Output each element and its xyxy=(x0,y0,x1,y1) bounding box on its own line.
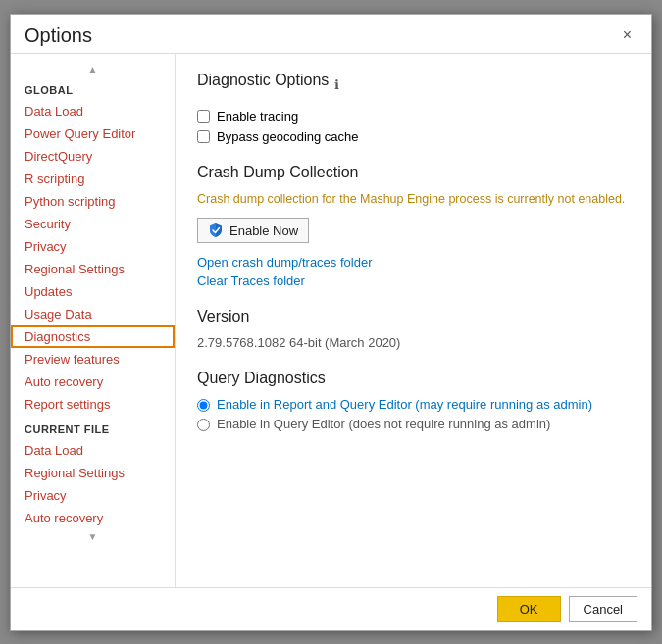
scroll-up-arrow[interactable]: ▲ xyxy=(11,62,175,76)
radio-query-editor-only[interactable] xyxy=(197,419,210,431)
sidebar-item-power-query-editor[interactable]: Power Query Editor xyxy=(11,123,175,145)
sidebar-item-usage-data[interactable]: Usage Data xyxy=(11,303,175,325)
bypass-geocoding-checkbox[interactable] xyxy=(197,130,210,143)
close-button[interactable]: × xyxy=(617,25,637,45)
radio-row-1: Enable in Report and Query Editor (may r… xyxy=(197,397,630,412)
sidebar-item-r-scripting[interactable]: R scripting xyxy=(11,168,175,190)
sidebar-item-diagnostics[interactable]: Diagnostics xyxy=(11,325,175,348)
radio-label-1: Enable in Report and Query Editor (may r… xyxy=(217,397,592,412)
version-value: 2.79.5768.1082 64-bit (March 2020) xyxy=(197,335,630,350)
bypass-geocoding-label: Bypass geocoding cache xyxy=(217,129,359,144)
diagnostic-options-title: Diagnostic Options xyxy=(197,72,329,89)
scroll-down-arrow[interactable]: ▼ xyxy=(11,529,175,544)
crash-dump-desc: Crash dump collection for the Mashup Eng… xyxy=(197,191,630,209)
version-section: Version 2.79.5768.1082 64-bit (March 202… xyxy=(197,308,630,350)
crash-dump-section: Crash Dump Collection Crash dump collect… xyxy=(197,164,630,289)
sidebar-item-cf-auto-recovery[interactable]: Auto recovery xyxy=(11,507,175,529)
dialog-titlebar: Options × xyxy=(11,15,651,53)
dialog-footer: OK Cancel xyxy=(11,587,651,630)
radio-report-query-editor[interactable] xyxy=(197,399,210,412)
ok-button[interactable]: OK xyxy=(497,596,561,622)
sidebar-item-cf-regional-settings[interactable]: Regional Settings xyxy=(11,462,175,484)
enable-tracing-row: Enable tracing xyxy=(197,109,630,124)
version-title: Version xyxy=(197,308,630,325)
options-dialog: Options × ▲ GLOBAL Data Load Power Query… xyxy=(10,14,652,631)
clear-traces-link[interactable]: Clear Traces folder xyxy=(197,273,630,288)
sidebar-item-report-settings[interactable]: Report settings xyxy=(11,393,175,416)
radio-row-2: Enable in Query Editor (does not require… xyxy=(197,417,630,431)
query-diagnostics-section: Query Diagnostics Enable in Report and Q… xyxy=(197,370,630,431)
global-section-header: GLOBAL xyxy=(11,76,175,100)
sidebar-item-regional-settings[interactable]: Regional Settings xyxy=(11,258,175,280)
dialog-body: ▲ GLOBAL Data Load Power Query Editor Di… xyxy=(11,53,651,587)
sidebar-item-cf-privacy[interactable]: Privacy xyxy=(11,484,175,507)
sidebar-item-preview-features[interactable]: Preview features xyxy=(11,348,175,371)
current-file-section-header: CURRENT FILE xyxy=(11,416,175,439)
sidebar-item-python-scripting[interactable]: Python scripting xyxy=(11,190,175,213)
shield-icon xyxy=(208,223,224,238)
diagnostic-options-section: Diagnostic Options ℹ Enable tracing Bypa… xyxy=(197,72,630,144)
radio-label-2: Enable in Query Editor (does not require… xyxy=(217,417,550,431)
sidebar-item-updates[interactable]: Updates xyxy=(11,280,175,303)
main-content: Diagnostic Options ℹ Enable tracing Bypa… xyxy=(176,54,651,587)
sidebar-item-direct-query[interactable]: DirectQuery xyxy=(11,145,175,168)
dialog-title: Options xyxy=(25,25,92,47)
open-crash-folder-link[interactable]: Open crash dump/traces folder xyxy=(197,255,630,270)
sidebar-item-auto-recovery[interactable]: Auto recovery xyxy=(11,371,175,393)
enable-now-label: Enable Now xyxy=(229,223,298,238)
enable-tracing-checkbox[interactable] xyxy=(197,110,210,123)
sidebar: ▲ GLOBAL Data Load Power Query Editor Di… xyxy=(11,54,176,587)
bypass-geocoding-row: Bypass geocoding cache xyxy=(197,129,630,144)
query-diagnostics-title: Query Diagnostics xyxy=(197,370,630,387)
crash-dump-title: Crash Dump Collection xyxy=(197,164,630,181)
sidebar-item-cf-data-load[interactable]: Data Load xyxy=(11,439,175,462)
info-icon: ℹ xyxy=(334,77,339,92)
enable-now-button[interactable]: Enable Now xyxy=(197,218,309,243)
sidebar-item-data-load[interactable]: Data Load xyxy=(11,100,175,123)
cancel-button[interactable]: Cancel xyxy=(569,596,637,622)
enable-tracing-label: Enable tracing xyxy=(217,109,298,124)
sidebar-item-security[interactable]: Security xyxy=(11,213,175,235)
sidebar-item-privacy[interactable]: Privacy xyxy=(11,235,175,258)
